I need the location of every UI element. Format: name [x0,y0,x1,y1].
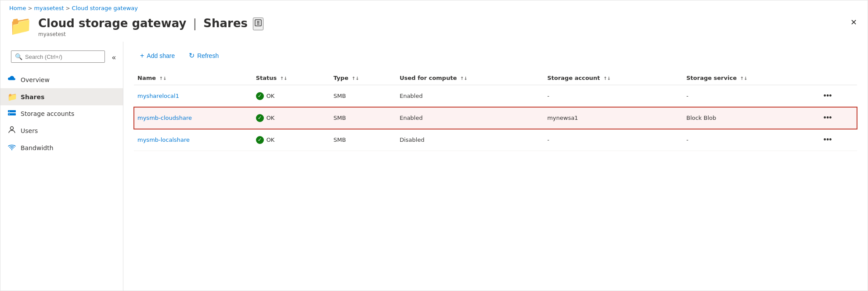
sort-icon-storage-account: ↑↓ [603,76,611,81]
table-row: mysmb-cloudshare✓OKSMBEnabledmynewsa1Blo… [134,107,857,129]
cell-name: mysmb-localshare [134,129,252,151]
sidebar-item-overview-label: Overview [21,76,50,83]
refresh-button[interactable]: ↻ Refresh [183,49,225,62]
wifi-icon [7,144,16,152]
col-header-name[interactable]: Name ↑↓ [134,71,252,85]
breadcrumb: Home > myasetest > Cloud storage gateway [0,0,868,14]
cell-name: mysharelocal1 [134,85,252,107]
add-icon: + [140,52,144,60]
cell-used-for-compute: Enabled [396,107,544,129]
close-button[interactable]: ✕ [849,16,859,29]
sidebar-item-bandwidth-label: Bandwidth [21,144,54,151]
cell-storage-service: Block Blob [683,107,817,129]
sidebar-item-overview[interactable]: Overview [0,72,123,88]
col-header-type[interactable]: Type ↑↓ [330,71,396,85]
cell-type: SMB [330,85,396,107]
content-area: + Add share ↻ Refresh Name ↑↓ [123,42,868,291]
cell-more-actions: ••• [818,129,857,151]
cell-status: ✓OK [252,107,330,129]
cell-storage-service: - [683,85,817,107]
more-actions-button[interactable]: ••• [821,90,835,101]
col-header-status[interactable]: Status ↑↓ [252,71,330,85]
sidebar-item-users-label: Users [21,127,38,134]
sidebar-item-shares[interactable]: 📁 Shares [0,88,123,105]
breadcrumb-myasetest[interactable]: myasetest [34,5,64,11]
cell-storage-account: mynewsa1 [544,107,683,129]
more-actions-button[interactable]: ••• [821,112,835,123]
status-ok-icon: ✓ [256,114,264,122]
share-name-link[interactable]: mysmb-cloudshare [137,115,192,121]
toolbar: + Add share ↻ Refresh [134,49,857,62]
more-actions-button[interactable]: ••• [821,134,835,145]
cell-type: SMB [330,129,396,151]
pin-button[interactable] [253,18,263,30]
svg-rect-7 [9,114,10,115]
sidebar-item-storage-accounts-label: Storage accounts [21,110,74,117]
svg-rect-6 [9,111,10,111]
status-text: OK [267,137,275,143]
storage-icon [7,109,16,118]
status-ok-icon: ✓ [256,136,264,144]
cell-used-for-compute: Disabled [396,129,544,151]
resource-subtitle: myasetest [38,31,263,37]
col-header-actions [818,71,857,85]
search-icon: 🔍 [15,53,22,60]
svg-point-9 [11,149,12,150]
collapse-sidebar-button[interactable]: « [110,53,118,62]
table-row: mysmb-localshare✓OKSMBDisabled--••• [134,129,857,151]
col-header-storage-service[interactable]: Storage service ↑↓ [683,71,817,85]
add-share-label: Add share [147,52,175,59]
sort-icon-type: ↑↓ [352,76,359,81]
cell-type: SMB [330,107,396,129]
share-name-link[interactable]: mysharelocal1 [137,93,179,99]
table-row: mysharelocal1✓OKSMBEnabled--••• [134,85,857,107]
user-icon [7,126,16,136]
breadcrumb-sep-1: > [28,5,32,11]
sort-icon-name: ↑↓ [159,76,167,81]
refresh-label: Refresh [197,52,219,59]
status-ok-icon: ✓ [256,92,264,100]
sidebar-item-bandwidth[interactable]: Bandwidth [0,140,123,156]
sidebar-item-users[interactable]: Users [0,122,123,140]
page-title: Cloud storage gateway | Shares [38,17,248,30]
cell-used-for-compute: Enabled [396,85,544,107]
cell-more-actions: ••• [818,107,857,129]
breadcrumb-home[interactable]: Home [9,5,26,11]
col-header-storage-account[interactable]: Storage account ↑↓ [544,71,683,85]
cell-name: mysmb-cloudshare [134,107,252,129]
cell-more-actions: ••• [818,85,857,107]
cell-storage-account: - [544,85,683,107]
cell-storage-account: - [544,129,683,151]
cell-status: ✓OK [252,85,330,107]
breadcrumb-sep-2: > [66,5,70,11]
sort-icon-compute: ↑↓ [460,76,468,81]
status-text: OK [267,93,275,99]
sort-icon-status: ↑↓ [280,76,288,81]
shares-table: Name ↑↓ Status ↑↓ Type ↑↓ Used for com [134,71,857,151]
sidebar-item-shares-label: Shares [21,93,44,101]
sort-icon-storage-service: ↑↓ [740,76,748,81]
add-share-button[interactable]: + Add share [134,49,181,62]
status-text: OK [267,115,275,121]
col-header-used-for-compute[interactable]: Used for compute ↑↓ [396,71,544,85]
cell-status: ✓OK [252,129,330,151]
refresh-icon: ↻ [189,51,194,60]
sidebar: 🔍 « Overview 📁 Shares [0,42,123,291]
svg-point-8 [11,127,14,130]
cell-storage-service: - [683,129,817,151]
page-header: 📁 Cloud storage gateway | Shares [0,14,868,42]
search-input[interactable] [25,54,101,60]
breadcrumb-cloud-storage-gateway[interactable]: Cloud storage gateway [72,5,138,11]
folder-icon: 📁 [7,92,16,101]
sidebar-item-storage-accounts[interactable]: Storage accounts [0,105,123,122]
cloud-icon [7,75,16,84]
share-name-link[interactable]: mysmb-localshare [137,137,190,143]
table-header-row: Name ↑↓ Status ↑↓ Type ↑↓ Used for com [134,71,857,85]
resource-icon: 📁 [9,17,32,35]
